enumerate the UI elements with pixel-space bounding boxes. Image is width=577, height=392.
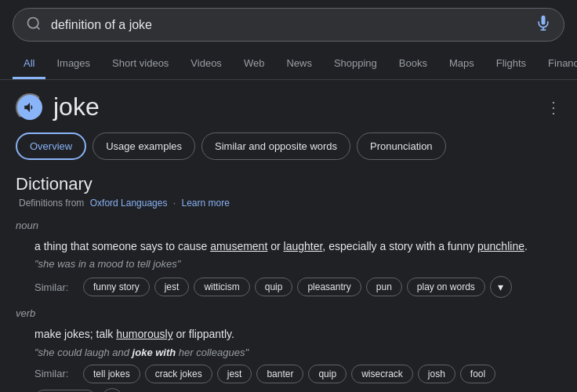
noun-similar-expand[interactable]: ▾ xyxy=(490,276,512,298)
dictionary-title: Dictionary xyxy=(16,174,561,194)
mic-icon[interactable] xyxy=(535,15,551,34)
chip-jest-1[interactable]: jest xyxy=(154,278,190,296)
verb-example-end: her colleagues" xyxy=(176,347,249,358)
search-icon xyxy=(26,16,42,34)
chip-crack-jokes[interactable]: crack jokes xyxy=(145,365,212,383)
chip-pun[interactable]: pun xyxy=(366,278,402,296)
def-text-1: a thing that someone says to cause xyxy=(34,240,210,252)
chip-jest-2[interactable]: jest xyxy=(217,365,252,383)
noun-label: noun xyxy=(16,220,561,231)
chip-tell-jokes[interactable]: tell jokes xyxy=(83,365,140,383)
chip-pleasantry[interactable]: pleasantry xyxy=(297,278,361,296)
def-text-3: , especially a story with a funny xyxy=(322,240,477,252)
source-text: Definitions from xyxy=(19,198,84,209)
nav-tab-books[interactable]: Books xyxy=(388,49,438,79)
verb-example-bold: joke with xyxy=(132,347,176,358)
nav-tab-finance[interactable]: Finance xyxy=(537,49,577,79)
def-link-laughter[interactable]: laughter xyxy=(284,240,323,252)
nav-tab-news[interactable]: News xyxy=(275,49,323,79)
noun-example: "she was in a mood to tell jokes" xyxy=(34,258,561,270)
noun-definition: a thing that someone says to cause amuse… xyxy=(34,238,561,255)
svg-point-0 xyxy=(28,18,38,28)
chip-witticism[interactable]: witticism xyxy=(194,278,249,296)
nav-tab-web[interactable]: Web xyxy=(233,49,276,79)
verb-def-text-1: make jokes; talk xyxy=(34,328,116,340)
svg-line-1 xyxy=(37,27,40,30)
nav-tab-videos[interactable]: Videos xyxy=(180,49,233,79)
nav-tab-flights[interactable]: Flights xyxy=(485,49,537,79)
nav-tab-images[interactable]: Images xyxy=(45,49,101,79)
def-link-amusement[interactable]: amusement xyxy=(210,240,267,252)
verb-example-plain: "she could laugh and xyxy=(34,347,132,358)
word-header: joke ⋮ xyxy=(16,93,561,122)
search-input[interactable] xyxy=(51,18,535,32)
word-title: joke xyxy=(53,93,100,122)
main-content: joke ⋮ Overview Usage examples Similar a… xyxy=(0,80,577,392)
tab-pronunciation[interactable]: Pronunciation xyxy=(357,132,446,160)
dictionary-source: Definitions from Oxford Languages · Lear… xyxy=(16,198,561,209)
chip-funny-story[interactable]: funny story xyxy=(83,278,150,296)
chip-josh[interactable]: josh xyxy=(418,365,455,383)
verb-def-text-2: or flippantly. xyxy=(173,328,234,340)
word-header-left: joke xyxy=(16,93,100,122)
tab-overview[interactable]: Overview xyxy=(16,132,86,160)
tab-usage-examples[interactable]: Usage examples xyxy=(93,132,195,160)
learn-more-link[interactable]: Learn more xyxy=(182,198,230,209)
search-bar xyxy=(13,8,564,42)
noun-definition-block: a thing that someone says to cause amuse… xyxy=(34,238,561,298)
noun-similar-row: Similar: funny story jest witticism quip… xyxy=(34,276,561,298)
nav-tabs: All Images Short videos Videos Web News … xyxy=(0,49,577,80)
verb-definition: make jokes; talk humorously or flippantl… xyxy=(34,325,561,343)
nav-tab-shopping[interactable]: Shopping xyxy=(323,49,388,79)
verb-label: verb xyxy=(16,307,561,319)
more-options-icon[interactable]: ⋮ xyxy=(546,98,561,117)
oxford-link[interactable]: Oxford Languages xyxy=(90,198,168,209)
chip-banter[interactable]: banter xyxy=(256,365,303,383)
def-text-2: or xyxy=(267,240,283,252)
def-link-humorously[interactable]: humorously xyxy=(116,328,172,340)
source-separator: · xyxy=(173,198,176,209)
verb-definition-block: make jokes; talk humorously or flippantl… xyxy=(34,325,561,392)
chip-fool[interactable]: fool xyxy=(460,365,495,383)
chip-wisecrack[interactable]: wisecrack xyxy=(351,365,413,383)
verb-similar-label: Similar: xyxy=(34,368,78,379)
nav-tab-short-videos[interactable]: Short videos xyxy=(101,49,180,79)
verb-similar-row: Similar: tell jokes crack jokes jest ban… xyxy=(34,365,561,392)
verb-similar-expand[interactable]: ▾ xyxy=(101,388,123,392)
speaker-button[interactable] xyxy=(16,93,44,122)
section-tabs: Overview Usage examples Similar and oppo… xyxy=(16,132,561,160)
tab-similar-opposite[interactable]: Similar and opposite words xyxy=(201,132,350,160)
nav-tab-all[interactable]: All xyxy=(13,49,45,79)
chip-play-on-words[interactable]: play on words xyxy=(407,278,485,296)
def-link-punchline[interactable]: punchline xyxy=(477,240,524,252)
chip-quip-2[interactable]: quip xyxy=(308,365,347,383)
noun-similar-label: Similar: xyxy=(34,281,78,293)
verb-example: "she could laugh and joke with her colle… xyxy=(34,347,561,358)
nav-tab-maps[interactable]: Maps xyxy=(438,49,485,79)
def-text-4: . xyxy=(524,240,528,252)
chip-quip-1[interactable]: quip xyxy=(255,278,293,296)
